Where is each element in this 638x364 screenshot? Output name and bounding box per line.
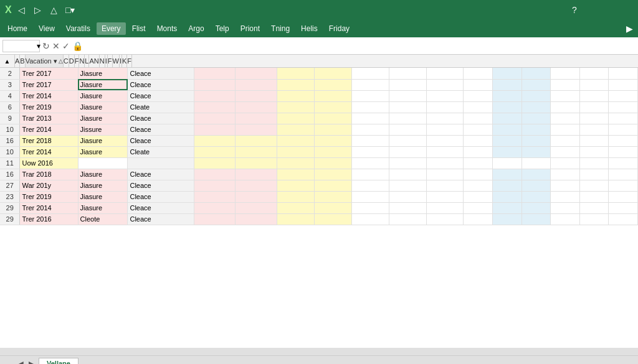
cell[interactable]: Cleote	[78, 213, 128, 225]
cell[interactable]	[314, 90, 351, 101]
grid-container[interactable]: 2Trer 2017JiasureCleace3Trer 2017Jiasure…	[0, 68, 638, 348]
cell[interactable]	[236, 113, 277, 124]
cell[interactable]	[351, 113, 389, 124]
cell[interactable]	[521, 90, 551, 101]
refresh-icon[interactable]: ↻	[42, 41, 50, 51]
cell[interactable]	[609, 124, 638, 135]
cell[interactable]	[426, 113, 464, 124]
cell[interactable]	[236, 191, 277, 202]
confirm-icon[interactable]: ✓	[62, 41, 70, 51]
close-btn[interactable]	[621, 4, 633, 16]
cell[interactable]	[314, 146, 351, 157]
cell[interactable]	[314, 202, 351, 213]
cell[interactable]: Cleace	[128, 68, 194, 79]
cell[interactable]	[236, 135, 277, 146]
cell[interactable]: Cleace	[128, 79, 194, 90]
cell[interactable]	[609, 180, 638, 191]
col-header-c[interactable]: C	[64, 55, 69, 67]
cell[interactable]	[194, 124, 236, 135]
cell[interactable]	[351, 169, 389, 180]
cell[interactable]: Jiasure	[78, 146, 128, 157]
cell[interactable]: Trer 2014	[20, 146, 78, 157]
cell[interactable]	[351, 157, 389, 169]
cell[interactable]	[609, 135, 638, 146]
cell[interactable]	[551, 68, 580, 79]
cell[interactable]	[389, 101, 426, 113]
menu-monts[interactable]: Monts	[152, 22, 183, 35]
cell[interactable]	[194, 180, 236, 191]
col-header-b[interactable]: B	[20, 55, 25, 67]
sheet-nav-prev[interactable]: ◀	[15, 359, 26, 364]
cell[interactable]	[236, 169, 277, 180]
cell[interactable]	[277, 157, 315, 169]
cell[interactable]	[128, 157, 194, 169]
cell[interactable]: Cleate	[128, 146, 194, 157]
col-header-n2[interactable]: N	[100, 55, 105, 67]
cell[interactable]	[277, 101, 315, 113]
col-header-l[interactable]: L	[85, 55, 89, 67]
cell[interactable]	[426, 191, 464, 202]
cell[interactable]	[579, 157, 609, 169]
cell[interactable]	[389, 202, 426, 213]
cell[interactable]	[579, 90, 609, 101]
cell[interactable]	[351, 146, 389, 157]
cell[interactable]: Cleate	[128, 101, 194, 113]
cell[interactable]	[464, 157, 493, 169]
cell[interactable]	[493, 202, 522, 213]
cell[interactable]	[314, 101, 351, 113]
cell[interactable]	[426, 101, 464, 113]
cell[interactable]	[351, 213, 389, 225]
formula-input[interactable]	[85, 40, 636, 52]
cell[interactable]	[464, 135, 493, 146]
cell[interactable]	[609, 213, 638, 225]
cell[interactable]	[389, 180, 426, 191]
cell[interactable]	[389, 213, 426, 225]
cell[interactable]	[236, 146, 277, 157]
cell[interactable]	[493, 169, 522, 180]
cell[interactable]: Cleace	[128, 169, 194, 180]
cell[interactable]	[351, 101, 389, 113]
cell[interactable]	[277, 79, 315, 90]
cell[interactable]	[426, 68, 464, 79]
menu-varatils[interactable]: Varatils	[61, 22, 95, 35]
col-header-a[interactable]: A	[15, 55, 20, 67]
cell[interactable]: Jiasure	[78, 79, 128, 90]
cell[interactable]	[426, 169, 464, 180]
cell[interactable]	[609, 157, 638, 169]
cell[interactable]	[351, 191, 389, 202]
menu-telp[interactable]: Telp	[211, 22, 234, 35]
cell[interactable]	[426, 146, 464, 157]
menu-tning[interactable]: Tning	[266, 22, 295, 35]
cell[interactable]	[551, 213, 580, 225]
col-header-d[interactable]: D	[69, 55, 75, 67]
col-header-an[interactable]: AN	[89, 55, 99, 67]
cell[interactable]	[277, 68, 315, 79]
cell[interactable]	[521, 191, 551, 202]
cell[interactable]	[493, 191, 522, 202]
cell[interactable]	[236, 157, 277, 169]
cell[interactable]: Uow 2016	[20, 157, 78, 169]
cell[interactable]	[277, 191, 315, 202]
cell[interactable]	[493, 79, 522, 90]
cell[interactable]	[236, 68, 277, 79]
cell[interactable]	[277, 169, 315, 180]
cell[interactable]	[464, 68, 493, 79]
horizontal-scrollbar[interactable]	[0, 348, 638, 355]
cell[interactable]	[194, 68, 236, 79]
cell[interactable]	[277, 213, 315, 225]
cell[interactable]	[493, 68, 522, 79]
menu-argo[interactable]: Argo	[183, 22, 209, 35]
cell[interactable]	[277, 180, 315, 191]
cell[interactable]	[194, 157, 236, 169]
up-btn[interactable]: △	[48, 4, 60, 16]
cell[interactable]	[314, 213, 351, 225]
cell[interactable]: Cleace	[128, 90, 194, 101]
cell[interactable]: Cleace	[128, 191, 194, 202]
cell[interactable]: Trar 2018	[20, 169, 78, 180]
cell[interactable]	[236, 202, 277, 213]
cell[interactable]	[551, 180, 580, 191]
cell[interactable]	[351, 68, 389, 79]
cell[interactable]	[609, 169, 638, 180]
cell[interactable]	[579, 135, 609, 146]
cell[interactable]	[194, 169, 236, 180]
